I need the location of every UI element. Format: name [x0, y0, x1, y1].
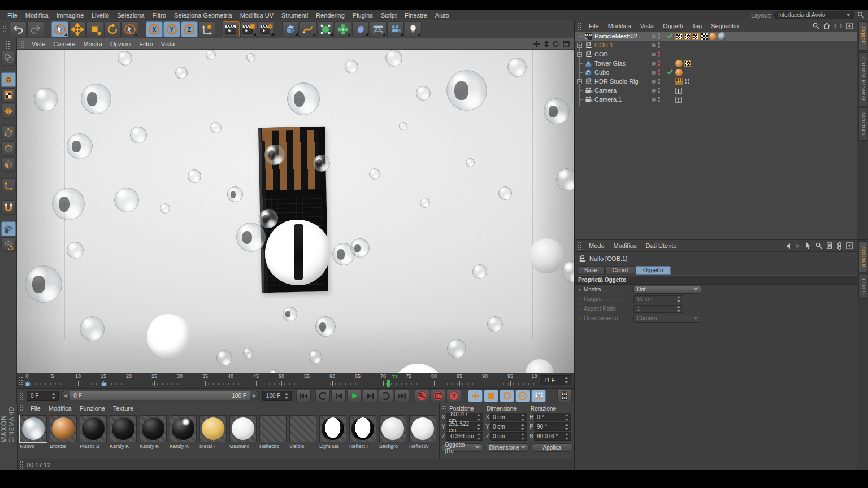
search-icon[interactable] — [857, 11, 865, 19]
material-thumbnail[interactable] — [289, 415, 316, 442]
visibility-dots[interactable] — [652, 97, 660, 102]
current-frame-field[interactable]: 71 F — [540, 375, 571, 385]
polygons-mode-button[interactable] — [1, 157, 16, 172]
object-manager-grip[interactable] — [577, 22, 582, 30]
editor-render-visibility-dots[interactable] — [658, 42, 660, 48]
menu-item-strumenti[interactable]: Strumenti — [277, 11, 312, 20]
checker-tag[interactable] — [692, 33, 700, 40]
menu-item-dati-utente[interactable]: Dati Utente — [641, 241, 682, 250]
visibility-dots[interactable] — [652, 42, 660, 48]
layer-dot[interactable] — [652, 53, 656, 56]
add-environment-button[interactable] — [370, 21, 387, 37]
range-start-grip[interactable]: ◀ — [62, 391, 70, 400]
key-pla-toggle[interactable] — [531, 390, 546, 402]
transport-grip[interactable] — [19, 392, 24, 400]
layer-dot[interactable] — [652, 71, 656, 75]
checker-tag[interactable] — [684, 60, 691, 67]
tab-coord[interactable]: Coord — [605, 266, 635, 274]
menu-item-modifica[interactable]: Modifica — [604, 21, 636, 30]
object-row-camera-1[interactable]: Camera.1 — [575, 95, 857, 104]
editor-render-visibility-dots[interactable] — [658, 88, 660, 93]
menu-item-plugins[interactable]: Plugins — [349, 11, 377, 20]
play-forwards-button[interactable] — [379, 390, 393, 402]
coordinates-grip[interactable] — [442, 406, 447, 411]
toggle-view-icon[interactable] — [563, 41, 570, 47]
start-frame-spinner[interactable] — [51, 393, 57, 399]
material-thumbnail[interactable] — [229, 415, 257, 442]
material-item[interactable]: Backgro — [379, 415, 407, 459]
frame-range-slider[interactable]: ◀ 0 F 100 F ▶ — [61, 391, 259, 400]
material-thumbnail[interactable] — [80, 415, 107, 442]
layer-dot[interactable] — [652, 80, 656, 84]
animation-dot[interactable]: ○ — [578, 306, 584, 311]
search-icon[interactable] — [813, 23, 819, 29]
menu-item-mostra[interactable]: Mostra — [79, 40, 106, 49]
material-item[interactable]: Reflect I — [349, 415, 377, 459]
start-frame-field[interactable]: 0 F — [27, 391, 59, 401]
layer-dot[interactable] — [652, 98, 656, 102]
menu-item-oggetti[interactable]: Oggetti — [658, 21, 687, 30]
material-thumbnail[interactable] — [349, 415, 376, 442]
expand-plus-icon[interactable]: + — [577, 43, 582, 48]
lock-x-axis-button[interactable]: X — [146, 21, 163, 37]
menu-item-segnalibri[interactable]: Segnalibri — [706, 21, 743, 30]
value-spinner[interactable] — [520, 433, 526, 440]
position-value-field[interactable]: -0.364 cm — [446, 432, 483, 441]
object-name[interactable]: COB — [594, 51, 608, 58]
material-item[interactable]: Bronze — [49, 415, 77, 459]
phong-tag[interactable] — [675, 69, 683, 76]
visibility-dots[interactable] — [652, 51, 660, 57]
next-frame-button[interactable] — [363, 390, 377, 402]
timeline-ruler[interactable]: 0510152025303540455055606570758085909510… — [17, 373, 574, 389]
end-frame-field[interactable]: 100 F — [262, 391, 292, 401]
material-thumbnail[interactable] — [110, 415, 137, 442]
object-row-hdr-studio-rig[interactable]: +HDR Studio Rig — [575, 77, 857, 86]
checkerdark-tag[interactable] — [701, 33, 708, 40]
menu-item-seleziona-geometria[interactable]: Seleziona Geometria — [170, 11, 236, 20]
menu-item-script[interactable]: Script — [377, 11, 401, 20]
keyframe-marker[interactable] — [102, 382, 106, 386]
visibility-dots[interactable] — [652, 33, 660, 39]
object-name[interactable]: HDR Studio Rig — [594, 78, 639, 85]
editor-render-visibility-dots[interactable] — [658, 79, 660, 84]
rotate-tool-button[interactable] — [104, 21, 121, 37]
expression-tag[interactable] — [684, 78, 691, 85]
home-icon[interactable] — [823, 23, 830, 29]
menu-item-aiuto[interactable]: Aiuto — [431, 11, 453, 20]
texture-mode-button[interactable] — [1, 88, 16, 103]
value-spinner[interactable] — [565, 424, 570, 430]
menu-item-file[interactable]: File — [584, 21, 604, 30]
object-name[interactable]: Camera — [594, 87, 617, 94]
add-camera-button[interactable] — [387, 21, 404, 37]
material-item[interactable]: Metal - — [199, 415, 227, 459]
attribute-tab-livelli[interactable]: Livelli — [858, 273, 867, 299]
material-thumbnail[interactable] — [409, 415, 436, 442]
current-frame-spinner[interactable] — [564, 377, 569, 384]
material-item[interactable]: Reflectiv — [409, 415, 437, 459]
snap-toggle-button[interactable] — [1, 200, 16, 215]
material-item[interactable]: Visible — [289, 415, 317, 459]
enabled-check-icon[interactable] — [667, 69, 673, 75]
add-cube-button[interactable] — [282, 21, 299, 37]
layer-dot[interactable] — [652, 62, 656, 66]
material-item[interactable]: GIBounc — [229, 415, 257, 459]
value-spinner[interactable] — [565, 414, 570, 421]
enabled-check-icon[interactable] — [667, 33, 673, 38]
material-item[interactable]: Light Ma — [319, 415, 347, 459]
key-parameter-toggle[interactable]: P — [515, 390, 530, 402]
menu-item-modifica[interactable]: Modifica — [21, 11, 53, 20]
material-thumbnail[interactable] — [140, 415, 167, 442]
manager-tab-oggetti[interactable]: Oggetti — [858, 21, 867, 51]
range-end-grip[interactable]: ▶ — [250, 391, 258, 400]
object-row-camera[interactable]: Camera — [575, 86, 857, 95]
previous-frame-button[interactable] — [331, 390, 346, 402]
record-keyframe-button[interactable] — [415, 390, 429, 402]
menu-item-finestre[interactable]: Finestre — [401, 11, 431, 20]
menu-item-modifica[interactable]: Modifica — [609, 241, 641, 250]
layer-dot[interactable] — [652, 43, 656, 47]
open-timeline-button[interactable] — [557, 390, 572, 402]
value-spinner[interactable] — [520, 424, 526, 430]
scale-tool-button[interactable] — [86, 21, 103, 37]
search-icon[interactable] — [815, 242, 822, 249]
layout-dropdown[interactable]: Interfaccia di Avvio — [774, 11, 854, 19]
